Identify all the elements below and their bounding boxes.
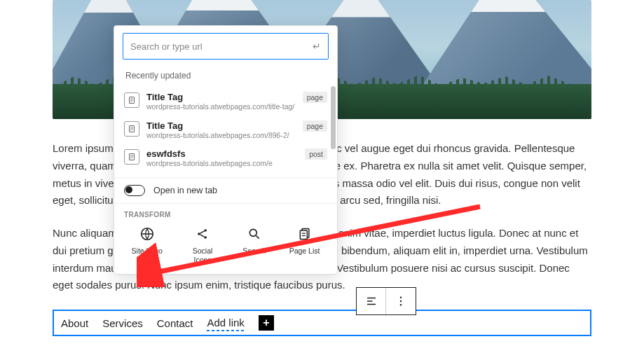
- transform-search[interactable]: Search: [242, 226, 266, 264]
- open-new-tab-toggle[interactable]: [124, 185, 145, 196]
- search-icon: [246, 226, 263, 242]
- nav-item-services[interactable]: Services: [102, 317, 143, 329]
- transform-page-list[interactable]: Page List: [289, 226, 320, 264]
- transform-social-icons[interactable]: Social Icons: [186, 226, 219, 264]
- justify-button[interactable]: [357, 288, 386, 314]
- svg-point-21: [204, 236, 207, 239]
- svg-point-4: [400, 300, 402, 302]
- transform-site-logo[interactable]: Site Logo: [132, 226, 163, 264]
- navigation-block[interactable]: About Services Contact Add link +: [53, 310, 591, 336]
- result-title: Title Tag: [146, 92, 296, 102]
- transform-heading: TRANSFORM: [114, 204, 337, 221]
- page-icon: [124, 92, 139, 108]
- page-icon: [124, 121, 139, 137]
- svg-rect-2: [367, 304, 376, 305]
- nav-add-link[interactable]: Add link: [207, 317, 244, 330]
- result-type-badge: page: [303, 92, 327, 103]
- recent-heading: Recently updated: [123, 65, 329, 88]
- open-new-tab-label: Open in new tab: [153, 186, 217, 195]
- more-icon: [395, 295, 407, 307]
- svg-point-3: [400, 297, 402, 298]
- result-type-badge: page: [303, 120, 327, 132]
- svg-line-22: [200, 231, 205, 233]
- post-icon: [124, 149, 139, 165]
- svg-point-19: [198, 233, 200, 235]
- result-type-badge: post: [305, 148, 327, 160]
- result-url: wordpress-tutorials.atwebpages.com/title…: [146, 102, 296, 112]
- svg-line-25: [256, 235, 259, 238]
- share-icon: [194, 226, 211, 242]
- svg-rect-0: [367, 298, 376, 299]
- svg-point-20: [204, 229, 207, 232]
- link-popover: ↵ Recently updated Title Tag wordpress-t…: [114, 25, 338, 275]
- link-search-input[interactable]: [130, 41, 313, 52]
- result-title: eswfdsfs: [146, 148, 298, 159]
- svg-line-23: [200, 235, 205, 237]
- search-result[interactable]: Title Tag wordpress-tutorials.atwebpages…: [123, 116, 329, 145]
- nav-item-about[interactable]: About: [61, 317, 88, 329]
- page-list-icon: [296, 226, 313, 242]
- result-title: Title Tag: [146, 120, 296, 131]
- justify-icon: [365, 295, 378, 307]
- site-logo-icon: [139, 226, 156, 242]
- svg-point-5: [400, 304, 402, 305]
- more-options-button[interactable]: [386, 288, 416, 314]
- search-result[interactable]: eswfdsfs wordpress-tutorials.atwebpages.…: [123, 144, 329, 173]
- nav-item-contact[interactable]: Contact: [157, 317, 193, 329]
- add-block-button[interactable]: +: [259, 315, 274, 331]
- submit-icon[interactable]: ↵: [313, 41, 321, 52]
- link-search-box[interactable]: ↵: [123, 33, 329, 60]
- result-url: wordpress-tutorials.atwebpages.com/896-2…: [146, 131, 296, 141]
- svg-rect-1: [367, 300, 373, 302]
- svg-rect-27: [300, 230, 307, 240]
- result-url: wordpress-tutorials.atwebpages.com/e: [146, 159, 298, 169]
- block-toolbar: [356, 287, 416, 315]
- svg-point-24: [249, 229, 256, 236]
- results-scrollbar[interactable]: [331, 86, 336, 149]
- search-result[interactable]: Title Tag wordpress-tutorials.atwebpages…: [123, 88, 329, 116]
